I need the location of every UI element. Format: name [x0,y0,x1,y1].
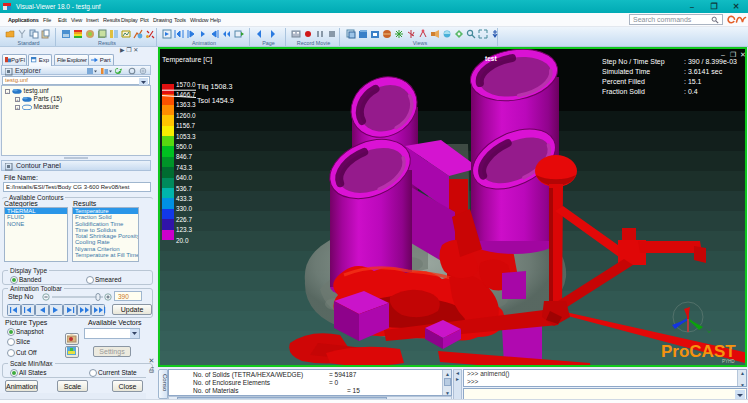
svg-text:Percent Filled: Percent Filled [602,78,645,85]
svg-text:330.0: 330.0 [176,205,192,212]
svg-text:1260.0: 1260.0 [176,112,196,119]
svg-text:: 15.1: : 15.1 [684,78,702,85]
svg-text:743.3: 743.3 [176,164,192,171]
svg-text:test: test [485,55,497,62]
svg-text:640.0: 640.0 [176,174,192,181]
svg-text:1570.0: 1570.0 [176,81,196,88]
svg-text:1363.3: 1363.3 [176,101,196,108]
svg-text:–: – [721,51,725,58]
svg-text:123.3: 123.3 [176,226,192,233]
svg-text:846.7: 846.7 [176,153,192,160]
svg-text:Temperature [C]: Temperature [C] [162,56,212,64]
svg-text:Fraction Solid: Fraction Solid [602,88,645,95]
svg-text:: 3.6141 sec: : 3.6141 sec [684,68,723,75]
svg-text:: 390 / 8.399e-03: : 390 / 8.399e-03 [684,58,737,65]
svg-text:: 0.4: : 0.4 [684,88,698,95]
svg-text:226.7: 226.7 [176,216,192,223]
svg-text:1053.3: 1053.3 [176,133,196,140]
svg-text:Step No / Time Step: Step No / Time Step [602,58,665,66]
svg-text:536.7: 536.7 [176,185,192,192]
svg-text:✕: ✕ [740,51,745,58]
svg-text:950.0: 950.0 [176,143,192,150]
svg-text:20.0: 20.0 [176,237,189,244]
svg-text:Simulated Time: Simulated Time [602,68,650,75]
svg-text:Tsol 1454.9: Tsol 1454.9 [197,96,234,105]
svg-text:PYHD: PYHD [722,359,735,364]
svg-text:❐: ❐ [730,51,736,58]
svg-text:433.3: 433.3 [176,195,192,202]
svg-text:1156.7: 1156.7 [176,122,196,129]
svg-text:Tliq 1508.3: Tliq 1508.3 [197,82,233,91]
